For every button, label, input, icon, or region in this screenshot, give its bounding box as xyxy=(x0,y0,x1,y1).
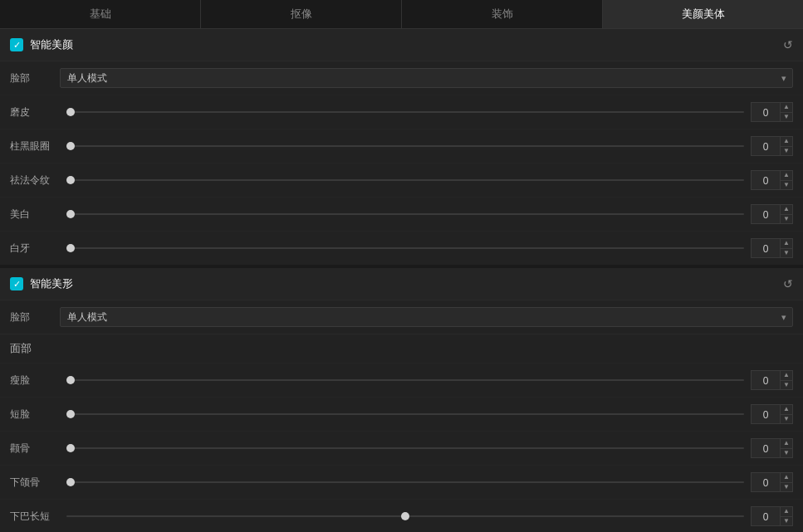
section2-check-icon[interactable]: ✓ xyxy=(10,277,23,290)
slider-arrow-down-maopi[interactable]: ▼ xyxy=(781,112,792,122)
section1-title-text: 智能美颜 xyxy=(30,37,73,52)
slider-row-teeth: 白牙 0 ▲ ▼ xyxy=(0,231,803,265)
section1-reset-icon[interactable]: ↺ xyxy=(783,38,793,51)
slider-value-eyes: 0 xyxy=(751,136,781,156)
slider-label-whitening: 美白 xyxy=(10,207,60,222)
slider-track-eyes[interactable] xyxy=(66,145,744,147)
slider-label-maopi: 磨皮 xyxy=(10,105,60,120)
section1-header: ✓ 智能美颜 ↺ xyxy=(0,29,803,61)
slider-row-shortface: 短脸 0 ▲ ▼ xyxy=(0,397,803,431)
slider-value-wrap-whitening: 0 ▲ ▼ xyxy=(751,204,793,224)
slider-value-wrap-eyes: 0 ▲ ▼ xyxy=(751,136,793,156)
section1-dropdown-select[interactable]: 单人模式 多人模式 xyxy=(60,68,793,88)
section2-dropdown-label: 脸部 xyxy=(10,310,60,325)
slider-arrows-shortface: ▲ ▼ xyxy=(781,404,793,424)
slider-label-slimface: 瘦脸 xyxy=(10,373,60,388)
slider-arrows-eyes: ▲ ▼ xyxy=(781,136,793,156)
tab-beauty[interactable]: 美颜美体 xyxy=(603,0,803,28)
slider-value-shortface: 0 xyxy=(751,404,781,424)
slider-row-wrinkle: 祛法令纹 0 ▲ ▼ xyxy=(0,163,803,197)
slider-arrow-up-jawbone[interactable]: ▲ xyxy=(781,473,792,482)
tab-layout[interactable]: 装饰 xyxy=(402,0,603,28)
slider-arrow-up-shortface[interactable]: ▲ xyxy=(781,405,792,414)
tab-basic[interactable]: 基础 xyxy=(0,0,201,28)
slider-row-slimface: 瘦脸 0 ▲ ▼ xyxy=(0,363,803,397)
slider-arrows-whitening: ▲ ▼ xyxy=(781,204,793,224)
section2-reset-icon[interactable]: ↺ xyxy=(783,277,793,290)
slider-arrow-up-cheekbone[interactable]: ▲ xyxy=(781,439,792,448)
slider-thumb-teeth[interactable] xyxy=(66,244,75,252)
beauty-face-section: ✓ 智能美颜 ↺ 脸部 单人模式 多人模式 磨皮 0 ▲ ▼ xyxy=(0,29,803,265)
slider-label-chin: 下巴长短 xyxy=(10,510,60,524)
slider-track-wrap-teeth xyxy=(66,247,744,249)
slider-thumb-whitening[interactable] xyxy=(66,210,75,218)
section1-check-icon[interactable]: ✓ xyxy=(10,38,23,51)
slider-value-wrap-slimface: 0 ▲ ▼ xyxy=(751,370,793,390)
slider-arrows-teeth: ▲ ▼ xyxy=(781,238,793,258)
slider-track-whitening[interactable] xyxy=(66,213,744,215)
slider-track-wrap-cheekbone xyxy=(66,447,744,449)
slider-arrow-down-cheekbone[interactable]: ▼ xyxy=(781,448,792,458)
slider-arrow-down-shortface[interactable]: ▼ xyxy=(781,414,792,424)
slider-track-teeth[interactable] xyxy=(66,247,744,249)
slider-value-whitening: 0 xyxy=(751,204,781,224)
slider-value-wrap-chin: 0 ▲ ▼ xyxy=(751,506,793,526)
slider-value-maopi: 0 xyxy=(751,102,781,122)
slider-thumb-cheekbone[interactable] xyxy=(66,444,75,452)
slider-arrow-up-whitening[interactable]: ▲ xyxy=(781,205,792,214)
slider-track-wrap-slimface xyxy=(66,379,744,381)
slider-thumb-maopi[interactable] xyxy=(66,108,75,116)
section2-title-group: ✓ 智能美形 xyxy=(10,276,73,291)
slider-arrow-down-chin[interactable]: ▼ xyxy=(781,516,792,526)
section2-sub-label: 面部 xyxy=(0,334,803,363)
slider-track-wrap-whitening xyxy=(66,213,744,215)
slider-thumb-wrinkle[interactable] xyxy=(66,176,75,184)
section1-title-group: ✓ 智能美颜 xyxy=(10,37,73,52)
slider-arrows-cheekbone: ▲ ▼ xyxy=(781,438,793,458)
slider-value-jawbone: 0 xyxy=(751,472,781,492)
slider-label-wrinkle: 祛法令纹 xyxy=(10,173,60,188)
slider-value-wrinkle: 0 xyxy=(751,170,781,190)
slider-value-teeth: 0 xyxy=(751,238,781,258)
slider-track-wrap-wrinkle xyxy=(66,179,744,181)
slider-arrow-down-jawbone[interactable]: ▼ xyxy=(781,482,792,492)
section1-dropdown-label: 脸部 xyxy=(10,71,60,85)
slider-arrow-up-maopi[interactable]: ▲ xyxy=(781,103,792,112)
slider-track-shortface[interactable] xyxy=(66,413,744,415)
slider-track-jawbone[interactable] xyxy=(66,481,744,483)
slider-arrow-up-slimface[interactable]: ▲ xyxy=(781,371,792,380)
slider-arrow-down-whitening[interactable]: ▼ xyxy=(781,214,792,224)
tab-portrait[interactable]: 抠像 xyxy=(201,0,402,28)
slider-arrow-up-chin[interactable]: ▲ xyxy=(781,507,792,516)
slider-value-slimface: 0 xyxy=(751,370,781,390)
slider-track-wrap-chin xyxy=(66,515,744,517)
section2-title-text: 智能美形 xyxy=(30,276,73,291)
slider-arrow-down-slimface[interactable]: ▼ xyxy=(781,380,792,390)
slider-thumb-shortface[interactable] xyxy=(66,410,75,418)
slider-arrow-up-wrinkle[interactable]: ▲ xyxy=(781,171,792,180)
slider-arrow-down-eyes[interactable]: ▼ xyxy=(781,146,792,156)
slider-arrows-wrinkle: ▲ ▼ xyxy=(781,170,793,190)
slider-row-cheekbone: 颧骨 0 ▲ ▼ xyxy=(0,431,803,465)
section2-dropdown-select[interactable]: 单人模式 多人模式 xyxy=(60,307,793,327)
slider-arrow-up-eyes[interactable]: ▲ xyxy=(781,137,792,146)
beauty-body-section: ✓ 智能美形 ↺ 脸部 单人模式 多人模式 面部 瘦脸 0 ▲ ▼ xyxy=(0,268,803,532)
slider-arrow-down-teeth[interactable]: ▼ xyxy=(781,248,792,258)
slider-label-cheekbone: 颧骨 xyxy=(10,442,60,456)
slider-value-chin: 0 xyxy=(751,506,781,526)
section2-header: ✓ 智能美形 ↺ xyxy=(0,268,803,300)
slider-track-maopi[interactable] xyxy=(66,111,744,113)
slider-arrows-jawbone: ▲ ▼ xyxy=(781,472,793,492)
slider-track-slimface[interactable] xyxy=(66,379,744,381)
slider-track-wrinkle[interactable] xyxy=(66,179,744,181)
slider-thumb-eyes[interactable] xyxy=(66,142,75,150)
slider-track-wrap-maopi xyxy=(66,111,744,113)
slider-arrow-up-teeth[interactable]: ▲ xyxy=(781,239,792,248)
slider-thumb-slimface[interactable] xyxy=(66,376,75,384)
slider-arrow-down-wrinkle[interactable]: ▼ xyxy=(781,180,792,190)
slider-row-jawbone: 下颌骨 0 ▲ ▼ xyxy=(0,465,803,499)
slider-thumb-chin[interactable] xyxy=(401,512,409,520)
slider-track-cheekbone[interactable] xyxy=(66,447,744,449)
slider-thumb-jawbone[interactable] xyxy=(66,478,75,486)
slider-track-chin[interactable] xyxy=(66,515,744,517)
